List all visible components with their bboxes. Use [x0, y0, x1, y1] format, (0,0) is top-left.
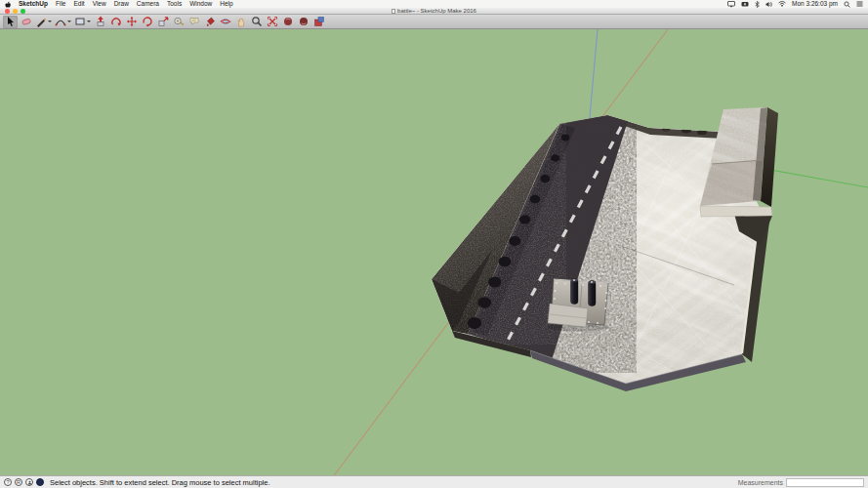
metal-structure[interactable]: [548, 279, 608, 332]
getting-started-toolbar: [0, 15, 868, 29]
scene-svg[interactable]: [0, 29, 868, 475]
pan-tool-button[interactable]: [233, 16, 248, 28]
sketchup-window: SketchUp File Edit View Draw Camera Tool…: [0, 0, 868, 488]
menubar-clock[interactable]: Mon 3:26:03 pm: [792, 0, 838, 8]
follow-me-tool-button[interactable]: [108, 16, 123, 28]
eraser-tool-button[interactable]: [19, 16, 33, 28]
zoom-extents-tool-button[interactable]: [265, 16, 279, 28]
statusbar: ? R Select objects. Shift to extend sele…: [0, 475, 868, 488]
scale-tool-button[interactable]: [155, 16, 170, 28]
bluetooth-icon[interactable]: [755, 1, 760, 8]
menu-item-edit[interactable]: Edit: [73, 0, 84, 8]
document-icon: [392, 9, 395, 14]
menu-item-window[interactable]: Window: [189, 0, 212, 8]
previous-view-button[interactable]: [280, 16, 295, 28]
paint-bucket-tool-button[interactable]: [202, 16, 217, 28]
tape-measure-tool-button[interactable]: [171, 16, 186, 28]
zoom-tool-button[interactable]: [249, 16, 264, 28]
window-titlebar[interactable]: battle~ - SketchUp Make 2016: [0, 8, 868, 15]
help-icon[interactable]: ?: [4, 478, 12, 486]
credit-user-icon[interactable]: [25, 478, 33, 486]
line-flyout-arrow[interactable]: [48, 20, 52, 22]
volume-icon[interactable]: [765, 1, 772, 8]
menu-item-camera[interactable]: Camera: [137, 0, 159, 8]
next-view-button[interactable]: [296, 16, 310, 28]
get-models-button[interactable]: [311, 16, 326, 28]
menu-item-help[interactable]: Help: [220, 0, 232, 8]
macos-menubar: SketchUp File Edit View Draw Camera Tool…: [0, 0, 868, 8]
camera-icon[interactable]: [741, 1, 749, 7]
status-hint-text: Select objects. Shift to extend select. …: [50, 478, 270, 487]
apple-icon[interactable]: [5, 1, 11, 8]
wall-bottom-band: [700, 206, 772, 217]
select-tool-button[interactable]: [3, 16, 18, 28]
display-icon[interactable]: [727, 1, 735, 8]
line-tool-button[interactable]: [34, 16, 53, 28]
menu-item-sketchup[interactable]: SketchUp: [19, 0, 48, 8]
push-pull-tool-button[interactable]: [93, 16, 107, 28]
rectangle-tool-button[interactable]: [73, 16, 92, 28]
move-tool-button[interactable]: [124, 16, 139, 28]
measurements-input[interactable]: [786, 478, 864, 487]
orbit-tool-button[interactable]: [218, 16, 232, 28]
menu-item-file[interactable]: File: [56, 0, 65, 8]
measurements-label: Measurements: [738, 479, 783, 486]
menu-item-draw[interactable]: Draw: [114, 0, 129, 8]
menu-item-view[interactable]: View: [93, 0, 106, 8]
window-title: battle~ - SketchUp Make 2016: [397, 8, 476, 14]
close-button[interactable]: [5, 9, 10, 14]
arc-flyout-arrow[interactable]: [67, 20, 71, 22]
shapes-flyout-arrow[interactable]: [87, 20, 91, 22]
wifi-icon[interactable]: [778, 1, 786, 7]
arc-tool-button[interactable]: [54, 16, 72, 28]
viewport-canvas[interactable]: [0, 29, 868, 475]
text-tool-button[interactable]: [186, 16, 201, 28]
model-info-icon[interactable]: [36, 478, 44, 486]
spotlight-icon[interactable]: [844, 1, 850, 8]
geolocation-icon[interactable]: R: [15, 478, 22, 486]
rotate-tool-button[interactable]: [140, 16, 154, 28]
minimize-button[interactable]: [13, 9, 18, 14]
menu-list-icon[interactable]: [856, 1, 863, 7]
zoom-window-button[interactable]: [21, 9, 25, 14]
menu-item-tools[interactable]: Tools: [167, 0, 182, 8]
